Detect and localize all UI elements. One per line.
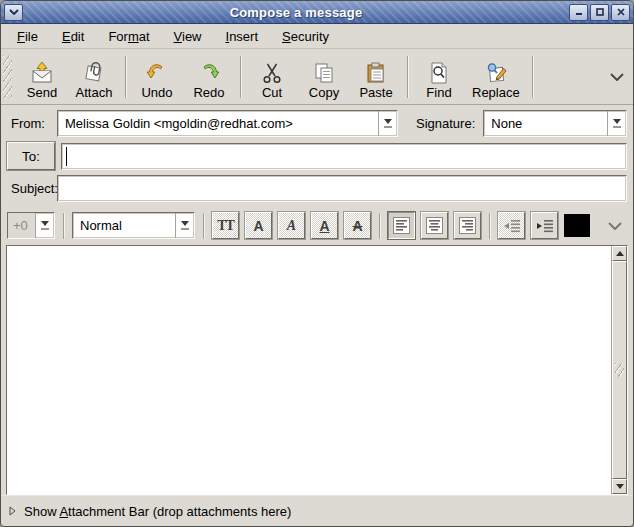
- cut-button[interactable]: Cut: [246, 52, 298, 102]
- expander-triangle-icon: [9, 506, 16, 516]
- scrollbar-track[interactable]: [612, 261, 627, 479]
- font-size-value: +0: [8, 213, 35, 238]
- to-input[interactable]: [61, 143, 627, 170]
- font-size-select[interactable]: +0: [7, 212, 55, 239]
- replace-button[interactable]: Replace: [465, 52, 527, 102]
- to-row: To:: [7, 142, 627, 170]
- paste-button[interactable]: Paste: [350, 52, 402, 102]
- menu-file[interactable]: File: [7, 26, 48, 47]
- redo-button[interactable]: Redo: [183, 52, 235, 102]
- undo-button[interactable]: Undo: [131, 52, 183, 102]
- cut-icon: [260, 61, 284, 85]
- attach-button[interactable]: Attach: [68, 52, 120, 102]
- copy-button[interactable]: Copy: [298, 52, 350, 102]
- unindent-icon: [503, 219, 521, 233]
- message-body-editor[interactable]: [7, 246, 611, 494]
- copy-icon: [312, 61, 336, 85]
- from-select[interactable]: Melissa Goldin <mgoldin@redhat.com>: [57, 110, 398, 137]
- to-button[interactable]: To:: [7, 142, 55, 170]
- label-part: ttachment Bar (drop attachments here): [68, 504, 291, 519]
- toolbar-label: Redo: [193, 86, 224, 100]
- menu-security[interactable]: Security: [272, 26, 339, 47]
- paragraph-style-value: Normal: [73, 213, 175, 238]
- align-left-toggle[interactable]: [388, 212, 415, 239]
- label-part: m: [128, 29, 139, 44]
- send-button[interactable]: Send: [16, 52, 68, 102]
- format-overflow-button[interactable]: [603, 206, 627, 246]
- subject-input[interactable]: [57, 175, 627, 202]
- find-icon: [427, 61, 451, 85]
- align-left-icon: [393, 217, 410, 234]
- replace-icon: [484, 61, 508, 85]
- format-separator: [489, 213, 490, 239]
- menu-view[interactable]: View: [164, 26, 212, 47]
- label-part: For: [108, 29, 128, 44]
- label-part: iew: [182, 29, 202, 44]
- vertical-scrollbar: [611, 246, 627, 494]
- align-center-toggle[interactable]: [421, 212, 448, 239]
- close-button[interactable]: [611, 4, 630, 21]
- window-title: Compose a message: [23, 5, 569, 20]
- toolbar-label: Find: [426, 86, 451, 100]
- dropdown-arrow-icon: [175, 213, 194, 238]
- font-color-swatch[interactable]: [564, 214, 590, 237]
- editor-frame: [6, 245, 628, 495]
- signature-select[interactable]: None: [483, 110, 627, 137]
- scroll-up-button[interactable]: [612, 246, 627, 261]
- menu-format[interactable]: Format: [98, 26, 159, 47]
- strikethrough-toggle[interactable]: A: [344, 212, 371, 239]
- toolbar-label: Send: [27, 86, 57, 100]
- window-controls: [569, 4, 630, 21]
- toolbar-overflow-button[interactable]: [605, 57, 629, 97]
- typewriter-icon: TT: [217, 219, 234, 233]
- main-toolbar: Send Attach Undo Redo: [1, 49, 633, 105]
- menu-insert[interactable]: Insert: [216, 26, 269, 47]
- toolbar-label: Cut: [262, 86, 282, 100]
- label-part: A: [59, 504, 68, 519]
- find-button[interactable]: Find: [413, 52, 465, 102]
- indent-button[interactable]: [531, 212, 558, 239]
- bold-icon: A: [253, 219, 263, 233]
- maximize-button[interactable]: [590, 4, 609, 21]
- toolbar-grip[interactable]: [3, 55, 12, 99]
- format-separator: [63, 213, 64, 239]
- titlebar[interactable]: Compose a message: [1, 1, 633, 24]
- menubar: File Edit Format View Insert Security: [1, 24, 633, 49]
- align-right-toggle[interactable]: [454, 212, 481, 239]
- scrollbar-thumb[interactable]: [612, 261, 627, 479]
- window-menu-button[interactable]: [4, 4, 23, 21]
- send-icon: [30, 61, 54, 85]
- underline-toggle[interactable]: A: [311, 212, 338, 239]
- paragraph-style-select[interactable]: Normal: [72, 212, 195, 239]
- typewriter-toggle[interactable]: TT: [212, 212, 239, 239]
- indent-icon: [536, 219, 554, 233]
- label-part: V: [174, 29, 182, 44]
- paste-icon: [364, 61, 388, 85]
- toolbar-label: Attach: [76, 86, 113, 100]
- minimize-button[interactable]: [569, 4, 588, 21]
- attach-icon: [82, 61, 106, 85]
- attachment-bar-label: Show Attachment Bar (drop attachments he…: [24, 504, 291, 519]
- arrow-down-icon: [616, 484, 624, 489]
- label-part: nsert: [229, 29, 258, 44]
- signature-label: Signature:: [416, 116, 475, 131]
- menu-edit[interactable]: Edit: [52, 26, 94, 47]
- italic-toggle[interactable]: A: [278, 212, 305, 239]
- label-part: at: [139, 29, 150, 44]
- label-part: E: [62, 29, 71, 44]
- minimize-icon: [575, 8, 583, 16]
- align-center-icon: [426, 217, 443, 234]
- from-row: From: Melissa Goldin <mgoldin@redhat.com…: [7, 110, 627, 137]
- attachment-bar[interactable]: Show Attachment Bar (drop attachments he…: [1, 495, 633, 526]
- undo-icon: [145, 61, 169, 85]
- toolbar-label: Replace: [472, 86, 520, 100]
- label-part: S: [282, 29, 291, 44]
- toolbar-label: Copy: [309, 86, 339, 100]
- label-part: Show: [24, 504, 59, 519]
- toolbar-separator: [125, 56, 126, 98]
- bold-toggle[interactable]: A: [245, 212, 272, 239]
- subject-row: Subject:: [7, 175, 627, 202]
- unindent-button[interactable]: [498, 212, 525, 239]
- scroll-down-button[interactable]: [612, 479, 627, 494]
- maximize-icon: [596, 8, 604, 16]
